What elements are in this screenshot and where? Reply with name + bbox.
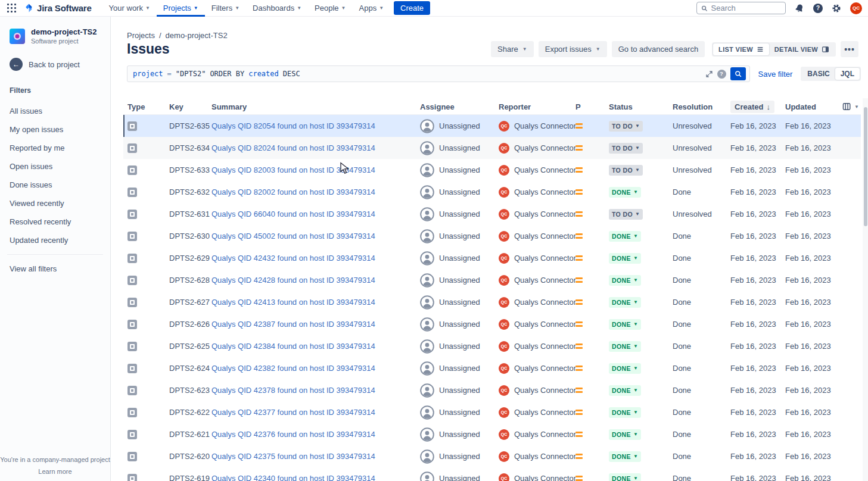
column-header-summary[interactable]: Summary: [211, 102, 420, 111]
save-filter-link[interactable]: Save filter: [758, 70, 793, 79]
issue-summary-link[interactable]: Qualys QID 42376 found on host ID 393479…: [211, 430, 375, 439]
table-row[interactable]: DPTS2-626 Qualys QID 42387 found on host…: [123, 313, 861, 335]
sidebar-item-viewed-recently[interactable]: Viewed recently: [0, 194, 110, 213]
sidebar-item-open-issues[interactable]: Open issues: [0, 157, 110, 176]
back-to-project[interactable]: ← Back to project: [0, 58, 110, 71]
table-row[interactable]: DPTS2-622 Qualys QID 42377 found on host…: [123, 401, 861, 423]
help-icon[interactable]: ?: [813, 4, 823, 13]
issue-summary-link[interactable]: Qualys QID 42387 found on host ID 393479…: [211, 320, 375, 329]
status-dropdown[interactable]: DONE ▼: [609, 297, 641, 308]
global-search[interactable]: [696, 2, 786, 14]
table-row[interactable]: DPTS2-632 Qualys QID 82002 found on host…: [123, 181, 861, 203]
advanced-search-button[interactable]: Go to advanced search: [612, 41, 705, 57]
table-row[interactable]: DPTS2-630 Qualys QID 45002 found on host…: [123, 225, 861, 247]
breadcrumb-projects-link[interactable]: Projects: [127, 31, 155, 40]
column-header-resolution[interactable]: Resolution: [673, 102, 730, 111]
view-all-filters-link[interactable]: View all filters: [0, 260, 110, 278]
table-row[interactable]: DPTS2-629 Qualys QID 42432 found on host…: [123, 247, 861, 269]
table-row[interactable]: DPTS2-625 Qualys QID 42384 found on host…: [123, 335, 861, 357]
table-row[interactable]: DPTS2-620 Qualys QID 42375 found on host…: [123, 445, 861, 467]
status-dropdown[interactable]: DONE ▼: [609, 187, 641, 198]
status-dropdown[interactable]: DONE ▼: [609, 385, 641, 396]
app-switcher-icon[interactable]: [6, 2, 18, 14]
issue-summary-link[interactable]: Qualys QID 45002 found on host ID 393479…: [211, 232, 375, 240]
status-dropdown[interactable]: DONE ▼: [609, 231, 641, 242]
learn-more-link[interactable]: Learn more: [0, 468, 110, 475]
status-dropdown[interactable]: DONE ▼: [609, 429, 641, 440]
sidebar-item-all-issues[interactable]: All issues: [0, 102, 110, 120]
issue-summary-link[interactable]: Qualys QID 42432 found on host ID 393479…: [211, 254, 375, 263]
table-row[interactable]: DPTS2-627 Qualys QID 42413 found on host…: [123, 291, 861, 313]
breadcrumb-project-link[interactable]: demo-project-TS2: [166, 31, 228, 40]
column-header-created[interactable]: Created ↓: [730, 101, 785, 113]
issue-summary-link[interactable]: Qualys QID 66040 found on host ID 393479…: [211, 210, 375, 218]
sidebar-item-reported-by-me[interactable]: Reported by me: [0, 139, 110, 157]
issue-summary-link[interactable]: Qualys QID 42428 found on host ID 393479…: [211, 276, 375, 285]
table-row[interactable]: DPTS2-633 Qualys QID 82003 found on host…: [123, 159, 861, 181]
jql-query-text[interactable]: project="DPTS2"ORDER BYcreatedDESC: [133, 70, 705, 78]
syntax-help-icon[interactable]: ?: [717, 70, 726, 79]
search-input[interactable]: [711, 4, 781, 13]
settings-gear-icon[interactable]: [832, 4, 841, 13]
issue-summary-link[interactable]: Qualys QID 42413 found on host ID 393479…: [211, 298, 375, 307]
jql-mode-tab[interactable]: JQL: [835, 68, 860, 80]
table-row[interactable]: DPTS2-619 Qualys QID 42340 found on host…: [123, 467, 861, 481]
status-dropdown[interactable]: DONE ▼: [609, 275, 641, 286]
column-header-reporter[interactable]: Reporter: [499, 102, 575, 111]
sidebar-item-done-issues[interactable]: Done issues: [0, 176, 110, 194]
nav-item-your-work[interactable]: Your work▼: [102, 0, 157, 17]
issue-summary-link[interactable]: Qualys QID 82054 found on host ID 393479…: [211, 121, 375, 130]
status-dropdown[interactable]: DONE ▼: [609, 407, 641, 418]
table-row[interactable]: DPTS2-624 Qualys QID 42382 found on host…: [123, 357, 861, 379]
column-settings-button[interactable]: ▼: [842, 102, 863, 111]
issue-summary-link[interactable]: Qualys QID 42375 found on host ID 393479…: [211, 452, 375, 461]
status-dropdown[interactable]: DONE ▼: [609, 319, 641, 330]
status-dropdown[interactable]: TO DO ▼: [609, 143, 643, 154]
list-view-tab[interactable]: LIST VIEW: [713, 43, 769, 55]
table-row[interactable]: DPTS2-628 Qualys QID 42428 found on host…: [123, 269, 861, 291]
issue-summary-link[interactable]: Qualys QID 42378 found on host ID 393479…: [211, 386, 375, 395]
nav-item-projects[interactable]: Projects▼: [157, 0, 205, 17]
more-actions-button[interactable]: •••: [841, 41, 858, 57]
status-dropdown[interactable]: TO DO ▼: [609, 165, 643, 176]
status-dropdown[interactable]: DONE ▼: [609, 341, 641, 352]
status-dropdown[interactable]: TO DO ▼: [609, 121, 643, 132]
nav-item-dashboards[interactable]: Dashboards▼: [246, 0, 308, 17]
nav-item-filters[interactable]: Filters▼: [205, 0, 246, 17]
column-header-assignee[interactable]: Assignee: [420, 102, 499, 111]
table-row[interactable]: DPTS2-621 Qualys QID 42376 found on host…: [123, 423, 861, 445]
status-dropdown[interactable]: DONE ▼: [609, 473, 641, 481]
detail-view-tab[interactable]: DETAIL VIEW: [769, 43, 835, 55]
column-header-key[interactable]: Key: [169, 102, 211, 111]
user-avatar[interactable]: QC: [850, 2, 862, 14]
column-header-status[interactable]: Status: [609, 102, 673, 111]
column-header-priority[interactable]: P: [575, 102, 609, 111]
sidebar-item-resolved-recently[interactable]: Resolved recently: [0, 213, 110, 231]
nav-item-apps[interactable]: Apps▼: [353, 0, 391, 17]
basic-mode-tab[interactable]: BASIC: [802, 68, 835, 80]
sidebar-item-my-open-issues[interactable]: My open issues: [0, 120, 110, 139]
nav-item-people[interactable]: People▼: [308, 0, 352, 17]
table-row[interactable]: DPTS2-635 Qualys QID 82054 found on host…: [123, 115, 861, 137]
sidebar-item-updated-recently[interactable]: Updated recently: [0, 231, 110, 249]
share-button[interactable]: Share ▼: [491, 41, 534, 57]
issue-summary-link[interactable]: Qualys QID 82024 found on host ID 393479…: [211, 143, 375, 152]
jira-logo[interactable]: Jira Software: [24, 3, 92, 13]
status-dropdown[interactable]: DONE ▼: [609, 451, 641, 462]
vertical-scrollbar[interactable]: [863, 98, 868, 481]
issue-summary-link[interactable]: Qualys QID 82002 found on host ID 393479…: [211, 188, 375, 196]
table-row[interactable]: DPTS2-634 Qualys QID 82024 found on host…: [123, 137, 861, 159]
issue-summary-link[interactable]: Qualys QID 42377 found on host ID 393479…: [211, 408, 375, 417]
status-dropdown[interactable]: TO DO ▼: [609, 209, 643, 220]
table-row[interactable]: DPTS2-623 Qualys QID 42378 found on host…: [123, 379, 861, 401]
column-header-updated[interactable]: Updated: [785, 102, 842, 111]
run-query-button[interactable]: [730, 67, 746, 80]
expand-icon[interactable]: [705, 70, 713, 78]
export-issues-button[interactable]: Export issues ▼: [539, 41, 607, 57]
notifications-bell-icon[interactable]: [795, 4, 804, 13]
issue-summary-link[interactable]: Qualys QID 42384 found on host ID 393479…: [211, 342, 375, 351]
issue-summary-link[interactable]: Qualys QID 82003 found on host ID 393479…: [211, 165, 375, 174]
create-button[interactable]: Create: [394, 1, 430, 15]
scrollbar-thumb[interactable]: [864, 107, 867, 226]
column-header-type[interactable]: Type: [123, 102, 169, 111]
